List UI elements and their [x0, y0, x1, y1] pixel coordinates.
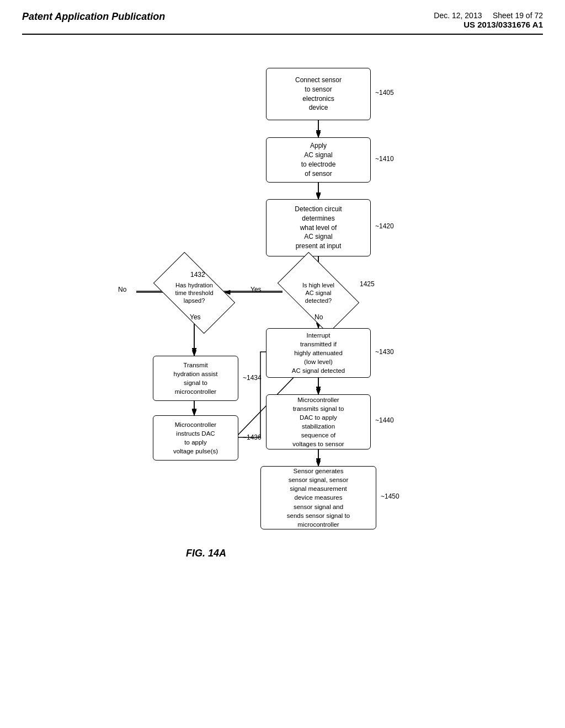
- box-1450-label: Sensor generates sensor signal, sensor s…: [287, 467, 350, 529]
- sheet-info: Sheet 19 of 72: [493, 11, 543, 20]
- box-1450: Sensor generates sensor signal, sensor s…: [260, 466, 376, 529]
- diamond-1425-label: Is high level AC signal detected?: [285, 281, 351, 305]
- box-1440: Microcontroller transmits signal to DAC …: [266, 394, 371, 449]
- box-1410-label: Apply AC signal to electrode of sensor: [301, 141, 336, 178]
- diamond-1425: Is high level AC signal detected?: [282, 273, 354, 313]
- ref-1436: ~1436: [243, 433, 262, 441]
- header-right: Dec. 12, 2013 Sheet 19 of 72 US 2013/033…: [434, 11, 543, 29]
- figure-label: FIG. 14A: [186, 548, 226, 559]
- ref-1405: ~1405: [375, 89, 394, 97]
- ref-1432: 1432: [190, 271, 205, 279]
- box-1430-label: Interrupt transmitted if highly attenuat…: [292, 331, 345, 375]
- no-label-1425: No: [315, 313, 323, 321]
- pub-date: Dec. 12, 2013: [434, 11, 482, 20]
- ref-1420: ~1420: [375, 222, 394, 230]
- box-1434: Transmit hydration assist signal to micr…: [153, 356, 238, 401]
- ref-1410: ~1410: [375, 155, 394, 163]
- publication-info: Dec. 12, 2013 Sheet 19 of 72: [434, 11, 543, 20]
- ref-1440: ~1440: [375, 416, 394, 424]
- page-header: Patent Application Publication Dec. 12, …: [22, 11, 543, 35]
- box-1440-label: Microcontroller transmits signal to DAC …: [292, 395, 344, 449]
- box-1405: Connect sensor to sensor electronics dev…: [266, 68, 371, 120]
- no-label-1432: No: [118, 286, 126, 293]
- box-1430: Interrupt transmitted if highly attenuat…: [266, 328, 371, 378]
- ref-1430: ~1430: [375, 348, 394, 356]
- box-1405-label: Connect sensor to sensor electronics dev…: [295, 76, 342, 113]
- publication-title: Patent Application Publication: [22, 11, 165, 23]
- diamond-1432: Has hydration time threshold lapsed?: [158, 273, 230, 313]
- box-1420-label: Detection circuit determines what level …: [295, 205, 342, 251]
- box-1410: Apply AC signal to electrode of sensor: [266, 137, 371, 183]
- flowchart: Connect sensor to sensor electronics dev…: [89, 51, 476, 658]
- box-1420: Detection circuit determines what level …: [266, 199, 371, 256]
- box-1436: Microcontroller instructs DAC to apply v…: [153, 415, 238, 461]
- yes-label-1425: Yes: [250, 286, 262, 293]
- yes-label-1432: Yes: [190, 313, 201, 321]
- ref-1450: ~1450: [381, 493, 399, 500]
- diamond-1432-label: Has hydration time threshold lapsed?: [161, 281, 227, 305]
- box-1436-label: Microcontroller instructs DAC to apply v…: [173, 420, 218, 456]
- diagram-area: Connect sensor to sensor electronics dev…: [22, 51, 543, 658]
- patent-number: US 2013/0331676 A1: [463, 20, 543, 29]
- box-1434-label: Transmit hydration assist signal to micr…: [174, 361, 218, 396]
- ref-1425: 1425: [360, 280, 375, 288]
- page: Patent Application Publication Dec. 12, …: [0, 0, 565, 728]
- ref-1434: ~1434: [243, 374, 262, 382]
